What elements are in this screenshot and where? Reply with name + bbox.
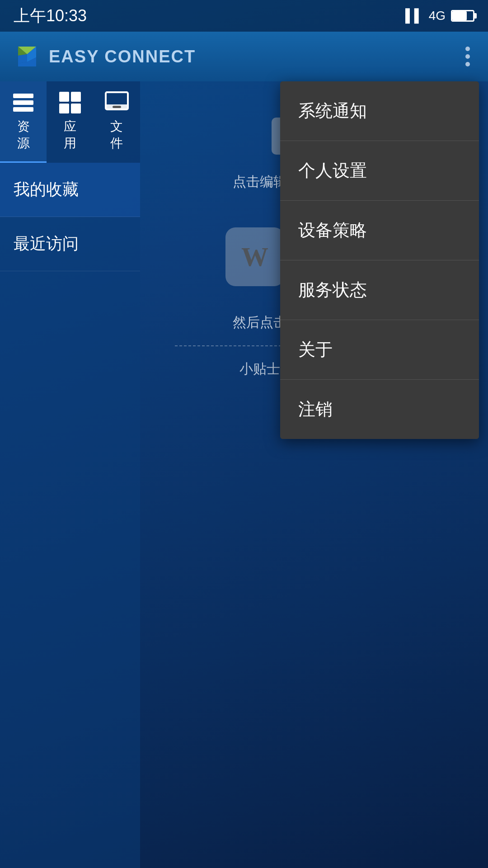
resource-icon-normal: W bbox=[225, 227, 284, 286]
svg-rect-5 bbox=[13, 94, 33, 98]
status-icons: ▌▌ 4G bbox=[405, 9, 474, 23]
svg-rect-14 bbox=[113, 106, 121, 108]
tab-apps-label: 应用 bbox=[64, 118, 76, 151]
app-title: Easy Connect bbox=[49, 47, 196, 66]
svg-rect-10 bbox=[59, 104, 69, 113]
svg-rect-8 bbox=[59, 92, 69, 102]
svg-rect-7 bbox=[13, 107, 33, 112]
network-type: 4G bbox=[429, 9, 446, 23]
tab-files[interactable]: 文件 bbox=[94, 81, 140, 163]
resources-icon bbox=[10, 91, 37, 114]
dot1 bbox=[465, 47, 470, 51]
more-menu-button[interactable] bbox=[461, 42, 474, 71]
menu-item-logout[interactable]: 注销 bbox=[280, 380, 479, 439]
dot3 bbox=[465, 62, 470, 66]
menu-item-personal-settings[interactable]: 个人设置 bbox=[280, 141, 479, 201]
menu-item-device-policy[interactable]: 设备策略 bbox=[280, 201, 479, 260]
tab-resources-label: 资源 bbox=[17, 118, 30, 151]
signal-icon: ▌▌ bbox=[405, 9, 423, 23]
grid-icon bbox=[58, 91, 82, 114]
nav-favorites[interactable]: 我的收藏 bbox=[0, 163, 140, 217]
svg-marker-3 bbox=[18, 54, 27, 63]
dropdown-menu: 系统通知 个人设置 设备策略 服务状态 关于 注销 bbox=[280, 81, 479, 439]
menu-item-system-notify[interactable]: 系统通知 bbox=[280, 81, 479, 141]
sidebar: 资源 应用 bbox=[0, 81, 140, 868]
tab-files-label: 文件 bbox=[110, 118, 123, 151]
tab-apps[interactable]: 应用 bbox=[47, 81, 93, 163]
layers-icon bbox=[11, 92, 36, 113]
tab-bar: 资源 应用 bbox=[0, 81, 140, 163]
svg-rect-6 bbox=[13, 100, 33, 105]
apps-icon bbox=[56, 91, 84, 114]
dot2 bbox=[465, 54, 470, 59]
app-logo: Easy Connect bbox=[14, 43, 196, 70]
menu-item-about[interactable]: 关于 bbox=[280, 320, 479, 380]
svg-rect-11 bbox=[71, 104, 81, 113]
inbox-icon bbox=[104, 91, 129, 114]
nav-recent[interactable]: 最近访问 bbox=[0, 217, 140, 271]
logo-svg bbox=[14, 43, 41, 70]
tab-resources[interactable]: 资源 bbox=[0, 81, 47, 163]
app-header: Easy Connect bbox=[0, 32, 488, 81]
status-bar: 上午10:33 ▌▌ 4G bbox=[0, 0, 488, 32]
battery-icon bbox=[451, 10, 474, 22]
status-time: 上午10:33 bbox=[14, 5, 87, 27]
files-icon bbox=[103, 91, 130, 114]
menu-item-service-status[interactable]: 服务状态 bbox=[280, 260, 479, 320]
svg-rect-9 bbox=[71, 92, 81, 102]
